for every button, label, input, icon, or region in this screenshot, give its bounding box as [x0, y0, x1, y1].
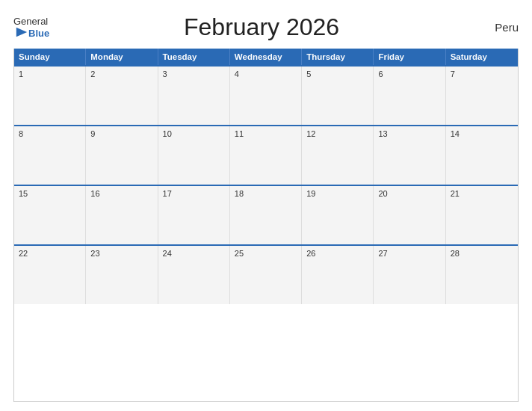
week-row-1: 1 2 3 4 5 6 7: [14, 65, 518, 125]
day-20: 20: [374, 186, 445, 244]
day-22: 22: [14, 246, 86, 304]
day-27: 27: [374, 246, 445, 304]
weeks-container: 1 2 3 4 5 6 7 8 9 10 11 12 13 14 15 16: [14, 65, 518, 304]
week-row-4: 22 23 24 25 26 27 28: [14, 244, 518, 304]
day-headers-row: Sunday Monday Tuesday Wednesday Thursday…: [14, 49, 518, 65]
day-28: 28: [446, 246, 518, 304]
day-25: 25: [230, 246, 302, 304]
header-tuesday: Tuesday: [158, 49, 230, 65]
day-5: 5: [302, 67, 374, 125]
header-monday: Monday: [86, 49, 158, 65]
day-1: 1: [14, 67, 86, 125]
day-23: 23: [86, 246, 158, 304]
day-26: 26: [302, 246, 374, 304]
week-row-2: 8 9 10 11 12 13 14: [14, 125, 518, 185]
day-15: 15: [14, 186, 86, 244]
day-12: 12: [302, 126, 374, 185]
day-21: 21: [446, 186, 518, 244]
calendar-title: February 2026: [49, 13, 474, 41]
logo-blue: Blue: [28, 28, 49, 39]
day-8: 8: [14, 126, 86, 185]
svg-marker-0: [16, 28, 27, 37]
header-wednesday: Wednesday: [230, 49, 302, 65]
day-16: 16: [86, 186, 158, 244]
day-14: 14: [446, 126, 518, 185]
day-13: 13: [374, 126, 445, 185]
day-11: 11: [230, 126, 302, 185]
day-24: 24: [158, 246, 230, 304]
day-9: 9: [86, 126, 158, 185]
day-17: 17: [158, 186, 230, 244]
header-thursday: Thursday: [302, 49, 374, 65]
header: General Blue February 2026 Peru: [13, 13, 519, 41]
day-4: 4: [230, 67, 302, 125]
header-saturday: Saturday: [446, 49, 518, 65]
logo: General Blue: [13, 16, 49, 39]
week-row-3: 15 16 17 18 19 20 21: [14, 185, 518, 244]
day-6: 6: [374, 67, 445, 125]
day-18: 18: [230, 186, 302, 244]
day-10: 10: [158, 126, 230, 185]
country-label: Peru: [474, 21, 519, 34]
logo-flag-icon: [15, 25, 28, 39]
header-friday: Friday: [374, 49, 445, 65]
day-19: 19: [302, 186, 374, 244]
calendar-page: General Blue February 2026 Peru Sunday M…: [0, 0, 532, 411]
day-2: 2: [86, 67, 158, 125]
day-3: 3: [158, 67, 230, 125]
calendar-grid: Sunday Monday Tuesday Wednesday Thursday…: [13, 49, 519, 402]
header-sunday: Sunday: [14, 49, 86, 65]
day-7: 7: [446, 67, 518, 125]
